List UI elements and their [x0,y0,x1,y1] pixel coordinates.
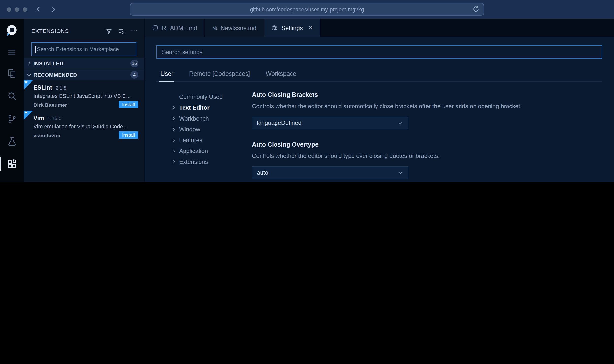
extension-publisher: vscodevim [33,132,60,138]
settings-list: Auto Closing Brackets Controls whether t… [252,91,602,182]
dropdown-value: auto [257,169,268,176]
browser-window: github.com/codespaces/user-my-project-mg… [0,0,614,182]
settings-scope-tabs: User Remote [Codespaces] Workspace [156,67,602,82]
toc-features[interactable]: Features [171,135,252,146]
chevron-down-icon [398,120,403,126]
more-actions-icon[interactable]: ⋯ [131,29,137,33]
clear-filter-icon[interactable] [118,28,125,34]
tab-newissue[interactable]: M↓ NewIssue.md [205,19,264,37]
markdown-icon: M↓ [212,25,217,30]
settings-sliders-icon [272,25,278,31]
toc-extensions[interactable]: Extensions [171,156,252,167]
toc-commonly-used[interactable]: Commonly Used [171,91,252,102]
setting-dropdown[interactable]: auto [252,166,408,179]
window-control-dot[interactable] [23,7,27,12]
settings-search-input[interactable] [156,45,602,59]
toc-application[interactable]: Application [171,146,252,156]
install-button[interactable]: Install [119,131,138,139]
extension-version: 1.16.0 [48,116,61,121]
extensions-sidebar: EXTENSIONS ⋯ INSTA [24,19,145,182]
sidebar-title: EXTENSIONS [31,28,106,34]
tab-settings[interactable]: Settings ✕ [264,19,321,37]
setting-dropdown[interactable]: languageDefined [252,117,408,129]
window-control-dot[interactable] [7,7,11,12]
refresh-icon[interactable] [472,5,480,13]
section-label: RECOMMENDED [33,72,77,78]
chevron-right-icon [171,116,177,121]
extensions-icon[interactable] [0,152,24,175]
settings-editor: User Remote [Codespaces] Workspace Commo… [145,37,614,182]
tab-label: README.md [162,24,197,31]
setting-item: Auto Closing Brackets Controls whether t… [252,91,602,129]
chevron-right-icon [171,159,177,164]
section-recommended[interactable]: RECOMMENDED 4 [24,69,144,80]
settings-toc: Commonly Used Text Editor Workbench [156,91,252,182]
extension-publisher: Dirk Baeumer [33,102,67,107]
section-installed[interactable]: INSTALLED 16 [24,58,144,69]
explorer-icon[interactable] [0,62,24,85]
scope-tab-remote[interactable]: Remote [Codespaces] [188,67,251,82]
toc-window[interactable]: Window [171,124,252,135]
extension-list-item[interactable]: ★ ESLint 2.1.8 Integrates ESLint JavaScr… [24,80,144,111]
extensions-search-input[interactable] [31,42,136,56]
chevron-right-icon [27,61,31,66]
tab-label: NewIssue.md [221,24,256,31]
close-icon[interactable]: ✕ [308,25,313,31]
star-icon: ★ [24,111,28,115]
extension-name: ESLint [33,84,52,91]
menu-icon[interactable] [0,42,24,62]
back-icon[interactable] [35,6,42,13]
extension-description: Vim emulation for Visual Studio Code... [33,123,138,129]
setting-item: Auto Closing Overtype Controls whether t… [252,141,602,179]
tab-label: Settings [281,24,303,31]
chevron-down-icon [27,72,31,77]
extension-list-item[interactable]: ★ Vim 1.16.0 Vim emulation for Visual St… [24,111,144,141]
dropdown-value: languageDefined [257,120,302,126]
chevron-down-icon [398,170,403,176]
toc-text-editor[interactable]: Text Editor [171,102,252,113]
tab-readme[interactable]: README.md [145,19,205,37]
editor-area: README.md M↓ NewIssue.md Settings ✕ [145,19,614,182]
text-cursor [35,46,36,53]
address-bar-url: github.com/codespaces/user-my-project-mg… [250,6,364,12]
section-label: INSTALLED [33,61,63,66]
count-badge: 16 [130,60,138,67]
setting-description: Controls whether the editor should autom… [252,102,602,111]
address-bar[interactable]: github.com/codespaces/user-my-project-mg… [130,3,484,16]
toc-workbench[interactable]: Workbench [171,113,252,124]
star-icon: ★ [24,80,28,84]
extension-version: 2.1.8 [56,85,67,91]
install-button[interactable]: Install [119,101,138,108]
test-beaker-icon[interactable] [0,130,24,152]
window-control-dot[interactable] [15,7,19,12]
browser-chrome: github.com/codespaces/user-my-project-mg… [0,0,614,19]
remote-explorer-icon[interactable] [0,175,24,182]
scope-tab-workspace[interactable]: Workspace [265,67,297,82]
source-control-icon[interactable] [0,107,24,130]
window-controls [7,7,27,12]
activity-bar [0,19,24,182]
setting-title: Auto Closing Overtype [252,141,602,148]
extension-description: Integrates ESLint JavaScript into VS C..… [33,93,138,99]
chevron-right-icon [171,149,177,153]
tab-bar: README.md M↓ NewIssue.md Settings ✕ [145,19,614,37]
scope-tab-user[interactable]: User [159,67,174,82]
search-icon[interactable] [0,85,24,107]
chevron-right-icon [171,127,177,132]
count-badge: 4 [130,71,138,79]
chevron-right-icon [171,105,177,110]
info-icon [152,25,158,31]
chevron-right-icon [171,138,177,143]
extension-name: Vim [33,115,44,121]
github-codespaces-logo[interactable] [0,19,24,42]
forward-icon[interactable] [50,6,57,13]
setting-description: Controls whether the editor should type … [252,152,602,160]
filter-icon[interactable] [106,28,112,34]
setting-title: Auto Closing Brackets [252,91,602,98]
